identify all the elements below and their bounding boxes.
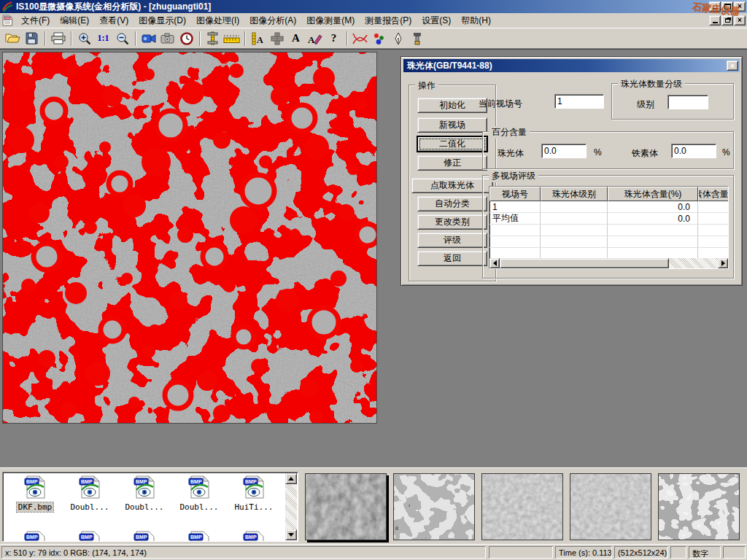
save-button[interactable]: [23, 30, 41, 47]
multi-field-group: 多视场评级 视场号 珠光体级别 珠光体含量(%) 铁素体含量(%) 1 0.0 …: [482, 175, 734, 279]
help-button[interactable]: ?: [325, 30, 343, 47]
annotate-tool-button[interactable]: A: [306, 30, 324, 47]
print-button[interactable]: [49, 30, 67, 47]
thumbnail-4[interactable]: [570, 473, 651, 540]
grid-tool-button[interactable]: [268, 30, 286, 47]
svg-text:BMP: BMP: [136, 534, 147, 540]
metallograph-image[interactable]: [2, 52, 377, 424]
phase-mark-button[interactable]: [370, 30, 388, 47]
file-list[interactable]: BMP DKF.bmp BMP Doubl... BMP Doubl... BM…: [2, 472, 298, 542]
menu-item-file[interactable]: 文件(F): [16, 13, 55, 28]
menu-item-edit[interactable]: 编辑(E): [55, 13, 94, 28]
file-list-scrollbar[interactable]: [285, 473, 297, 540]
table-header-row: 视场号 珠光体级别 珠光体含量(%) 铁素体含量(%): [489, 187, 728, 201]
maximize-button[interactable]: [721, 1, 733, 12]
scroll-up-button[interactable]: [285, 473, 297, 484]
zoom-in-button[interactable]: [75, 30, 93, 47]
scroll-right-button[interactable]: [718, 258, 728, 268]
measure-label-button[interactable]: A: [249, 30, 267, 47]
minimize-button[interactable]: [709, 1, 721, 12]
dialog-close-button[interactable]: ×: [727, 61, 738, 71]
dialog-title: 珠光体(GB/T9441-88): [407, 60, 492, 72]
curve-tool-button[interactable]: [351, 30, 369, 47]
zoom-out-button[interactable]: [113, 30, 131, 47]
file-item[interactable]: BMP DKF.bmp: [9, 475, 61, 512]
menu-item-image-display[interactable]: 图像显示(D): [133, 13, 191, 28]
table-row[interactable]: 平均值 0.0: [489, 213, 728, 225]
timer-button[interactable]: [177, 30, 196, 47]
grade-button[interactable]: 评级: [417, 233, 487, 248]
cell: 平均值: [489, 213, 541, 225]
menu-item-measure-report[interactable]: 测量报告(P): [360, 13, 417, 28]
table-row[interactable]: 1 0.0: [489, 201, 728, 213]
current-field-input[interactable]: 1: [554, 94, 604, 109]
scroll-down-button[interactable]: [285, 529, 297, 540]
camera-capture-button[interactable]: [158, 30, 177, 47]
scroll-left-button[interactable]: [489, 258, 500, 268]
cell: [698, 225, 728, 236]
auto-classify-button[interactable]: 自动分类: [417, 196, 487, 211]
table-horizontal-scrollbar[interactable]: [489, 258, 728, 268]
file-item[interactable]: BMP: [228, 531, 280, 542]
video-capture-button[interactable]: [139, 30, 158, 47]
new-field-button[interactable]: 新视场: [417, 117, 487, 133]
file-name[interactable]: Doubl...: [179, 502, 220, 512]
file-item[interactable]: BMP Doubl...: [118, 475, 171, 512]
file-item[interactable]: BMP Doubl...: [173, 475, 225, 512]
cursor-coordinates: x: 510 y: 79 idx: 0 RGB: (174, 174, 174): [1, 546, 486, 559]
file-item[interactable]: BMP: [63, 531, 116, 542]
return-button[interactable]: 返回: [417, 251, 487, 266]
pen-tool-button[interactable]: [389, 30, 407, 47]
init-button[interactable]: 初始化: [417, 98, 487, 113]
pick-pearlite-button[interactable]: 点取珠光体: [411, 178, 493, 193]
text-tool-button[interactable]: A: [287, 30, 305, 47]
multi-field-group-label: 多视场评级: [489, 170, 538, 182]
table-row[interactable]: [489, 225, 728, 236]
menu-item-image-process[interactable]: 图像处理(I): [191, 13, 244, 28]
thumbnail-3[interactable]: [481, 473, 563, 540]
mdi-minimize-button[interactable]: [709, 15, 721, 26]
menu-item-view[interactable]: 查看(V): [94, 13, 133, 28]
close-button[interactable]: ×: [734, 1, 746, 12]
cell: [608, 225, 698, 236]
thumbnail-2[interactable]: [393, 473, 475, 540]
change-class-button[interactable]: 更改类别: [417, 214, 487, 230]
mdi-close-button[interactable]: ×: [734, 15, 746, 26]
file-item[interactable]: BMP: [9, 531, 61, 542]
menu-item-settings[interactable]: 设置(S): [417, 13, 456, 28]
table-row[interactable]: [489, 236, 728, 248]
file-name[interactable]: DKF.bmp: [17, 502, 53, 512]
actual-size-button[interactable]: 1:1: [94, 30, 112, 47]
pearlite-input[interactable]: 0.0: [541, 144, 587, 158]
binarize-button[interactable]: 二值化: [417, 136, 487, 152]
file-item[interactable]: BMP: [173, 531, 225, 542]
open-file-button[interactable]: [4, 30, 22, 47]
mdi-restore-button[interactable]: [721, 15, 733, 26]
thumbnail-1[interactable]: [305, 473, 387, 540]
menu-item-image-analysis[interactable]: 图像分析(A): [244, 13, 301, 28]
correct-button[interactable]: 修正: [417, 155, 487, 171]
file-name[interactable]: HuiTi...: [233, 502, 275, 512]
file-name[interactable]: Doubl...: [124, 502, 166, 512]
ruler-tool-button[interactable]: [222, 30, 241, 47]
svg-text:BMP: BMP: [26, 534, 38, 540]
grade-input[interactable]: [667, 95, 708, 109]
dialog-title-bar[interactable]: 珠光体(GB/T9441-88) ×: [403, 59, 740, 72]
file-item[interactable]: BMP HuiTi...: [228, 475, 280, 512]
annotate-a-pencil-icon: A: [307, 32, 322, 45]
col-pearlite-grade: 珠光体级别: [541, 187, 608, 201]
caliper-tool-button[interactable]: [204, 30, 222, 47]
thumbnail-5[interactable]: [658, 473, 740, 540]
color-dots-icon: [373, 32, 386, 45]
ferrite-input[interactable]: 0.0: [671, 144, 716, 158]
rating-table[interactable]: 视场号 珠光体级别 珠光体含量(%) 铁素体含量(%) 1 0.0 平均值 0.…: [489, 186, 729, 269]
file-item[interactable]: BMP Doubl...: [63, 475, 116, 512]
scroll-thumb[interactable]: [500, 258, 669, 268]
file-name[interactable]: Doubl...: [69, 502, 111, 512]
file-item[interactable]: BMP: [118, 531, 171, 542]
toolbar: 1:1 A A A ?: [0, 28, 747, 49]
brush-tool-button[interactable]: [408, 30, 426, 47]
menu-item-image-measure[interactable]: 图像测量(M): [301, 13, 360, 28]
menu-item-help[interactable]: 帮助(H): [456, 13, 496, 28]
svg-text:DOC: DOC: [4, 17, 12, 20]
